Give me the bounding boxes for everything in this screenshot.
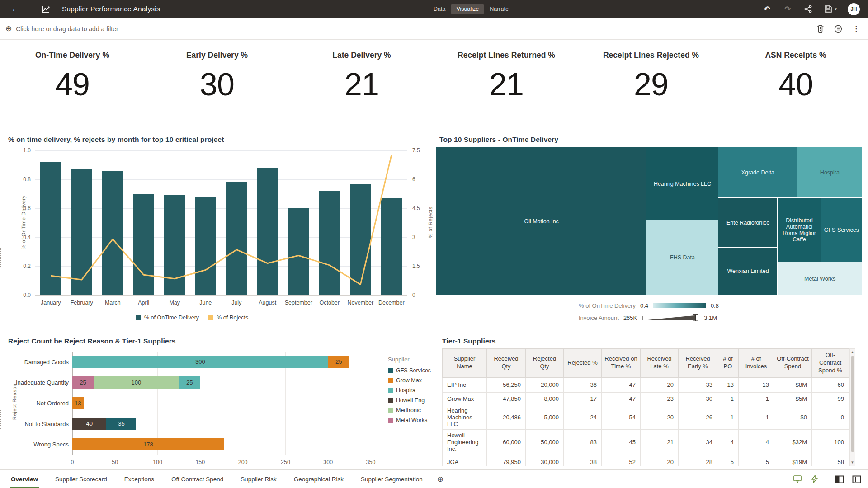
- ontime-bar-october[interactable]: [319, 191, 340, 295]
- ontime-bar-november[interactable]: [350, 184, 371, 295]
- bar-segment-hospira[interactable]: 25: [179, 376, 200, 389]
- legend-label: GFS Services: [396, 367, 431, 374]
- kpi-tile[interactable]: Late Delivery %21: [289, 43, 434, 103]
- add-filter-button[interactable]: ⊕ Click here or drag data to add a filte…: [0, 24, 118, 33]
- legend-swatch: [388, 418, 393, 423]
- canvas-tab-supplier-risk[interactable]: Supplier Risk: [240, 470, 278, 488]
- canvas-tab-supplier-scorecard[interactable]: Supplier Scorecard: [54, 470, 108, 488]
- ontime-bar-august[interactable]: [257, 168, 278, 295]
- column-header[interactable]: # of Invoices: [739, 349, 774, 378]
- table-row[interactable]: EIP Inc56,25020,000364720331313$8M60: [443, 377, 849, 392]
- size-ramp-icon[interactable]: [642, 314, 699, 321]
- canvas-tab-off-contract-spend[interactable]: Off Contract Spend: [170, 470, 224, 488]
- table-row[interactable]: JGA79,95030,0003852202855$19M58: [443, 455, 849, 466]
- treemap-tile[interactable]: Ente Radiofonico: [718, 198, 778, 247]
- treemap-tile[interactable]: Oil Motion Inc: [436, 147, 646, 295]
- legend-entry[interactable]: Medtronic: [388, 407, 431, 413]
- treemap-tile[interactable]: Metal Works: [778, 262, 862, 295]
- mode-tab-narrate[interactable]: Narrate: [485, 4, 514, 14]
- kpi-tile[interactable]: Receipt Lines Rejected %29: [579, 43, 723, 103]
- ontime-bar-june[interactable]: [195, 197, 216, 295]
- column-header[interactable]: Rejected %: [564, 349, 602, 378]
- legend-entry[interactable]: GFS Services: [388, 367, 431, 374]
- undo-icon[interactable]: ↶: [762, 4, 772, 14]
- ontime-bar-april[interactable]: [133, 194, 154, 295]
- bar-segment-gfs-services[interactable]: 35: [106, 418, 136, 430]
- mode-tab-visualize[interactable]: Visualize: [451, 4, 484, 14]
- treemap-tile[interactable]: Xgrade Delta: [718, 147, 797, 198]
- legend-entry[interactable]: % of OnTime Delivery: [136, 314, 199, 321]
- combo-left-axis-label: % of OnTime Delivery: [21, 186, 26, 258]
- legend-entry[interactable]: Hospira: [388, 387, 431, 394]
- scroll-down-icon[interactable]: ▼: [850, 460, 855, 465]
- legend-entry[interactable]: Howell Eng: [388, 397, 431, 404]
- share-icon[interactable]: [803, 4, 813, 14]
- supplier-name-cell: JGA: [443, 455, 487, 466]
- save-button[interactable]: ▾: [824, 5, 837, 13]
- column-header[interactable]: Off-Contract Spend %: [812, 349, 849, 378]
- ontime-bar-july[interactable]: [226, 182, 247, 295]
- user-avatar[interactable]: JH: [848, 3, 860, 15]
- canvas-resize-handle[interactable]: [0, 248, 3, 267]
- mode-tab-data[interactable]: Data: [429, 4, 450, 14]
- treemap-tile[interactable]: Distributori Automatici Roma Miglior Caf…: [778, 198, 821, 262]
- value-cell: 79,950: [487, 455, 526, 466]
- legend-entry[interactable]: % of Rejects: [208, 314, 248, 321]
- bar-segment-grow-max[interactable]: 13: [72, 397, 84, 409]
- ontime-bar-january[interactable]: [40, 162, 61, 295]
- column-header[interactable]: Received Late %: [641, 349, 679, 378]
- scroll-up-icon[interactable]: ▲: [850, 350, 855, 354]
- canvas-tab-exceptions[interactable]: Exceptions: [123, 470, 155, 488]
- column-header[interactable]: # of PO: [717, 349, 739, 378]
- bar-segment-medtronic[interactable]: 100: [94, 376, 179, 389]
- back-icon[interactable]: ←: [7, 4, 24, 14]
- column-header[interactable]: Off-Contract Spend: [774, 349, 812, 378]
- bar-segment-grow-max[interactable]: 25: [328, 356, 349, 368]
- notes-icon[interactable]: [834, 24, 843, 33]
- ontime-bar-december[interactable]: [381, 198, 402, 295]
- legend-entry[interactable]: Grow Max: [388, 377, 431, 384]
- column-header[interactable]: Rejected Qty: [526, 349, 564, 378]
- table-row[interactable]: Grow Max47,8508,0001747233011$5M99: [443, 392, 849, 405]
- auto-insights-icon[interactable]: [810, 474, 820, 484]
- treemap-tile[interactable]: Hospira: [797, 147, 862, 198]
- column-header[interactable]: Received on Time %: [602, 349, 641, 378]
- kpi-tile[interactable]: Early Delivery %30: [145, 43, 289, 103]
- canvas-tab-geographical-risk[interactable]: Geographical Risk: [293, 470, 344, 488]
- treemap-tile[interactable]: GFS Services: [821, 198, 862, 262]
- more-options-icon[interactable]: ⋮: [852, 24, 861, 33]
- table-scrollbar[interactable]: ▲ ▼: [849, 348, 855, 466]
- column-header[interactable]: Received Qty: [487, 349, 526, 378]
- filter-limits-icon[interactable]: [816, 24, 825, 33]
- ontime-bar-february[interactable]: [71, 169, 92, 295]
- ontime-bar-may[interactable]: [164, 195, 185, 295]
- add-canvas-icon[interactable]: ⊕: [437, 474, 443, 484]
- column-header[interactable]: Supplier Name: [443, 349, 487, 378]
- table-row[interactable]: Hearing Machines LLC20,4865,000245420261…: [443, 405, 849, 429]
- treemap-tile[interactable]: Hearing Machines LLC: [646, 147, 718, 220]
- kpi-tile[interactable]: ASN Receipts %40: [723, 43, 868, 103]
- bar-segment-grow-max[interactable]: 178: [72, 438, 224, 450]
- legend-entry[interactable]: Metal Works: [388, 417, 431, 423]
- left-panel-toggle-icon[interactable]: [835, 474, 844, 484]
- combo-chart-title: % on time delivery, % rejects by month f…: [8, 136, 224, 144]
- bar-segment-metal-works[interactable]: 25: [72, 376, 94, 389]
- combo-chart-plot[interactable]: 0.000.21.50.430.64.50.861.07.5: [35, 150, 407, 295]
- table-row[interactable]: Howell Engineering Inc.60,00050,00083452…: [443, 429, 849, 455]
- treemap-tile[interactable]: FHS Data: [646, 220, 718, 295]
- canvas-resize-handle[interactable]: [0, 410, 3, 429]
- ontime-bar-march[interactable]: [102, 171, 123, 295]
- reject-chart-plot[interactable]: 300252510025134035178: [72, 352, 371, 455]
- ontime-bar-september[interactable]: [288, 208, 309, 295]
- canvas-tab-supplier-segmentation[interactable]: Supplier Segmentation: [360, 470, 424, 488]
- present-canvas-icon[interactable]: [793, 474, 802, 484]
- treemap-tile[interactable]: Wenxian Limited: [718, 248, 778, 295]
- kpi-tile[interactable]: Receipt Lines Returned %21: [434, 43, 579, 103]
- redo-icon[interactable]: ↷: [783, 4, 793, 14]
- column-header[interactable]: Received Early %: [679, 349, 717, 378]
- kpi-tile[interactable]: On-Time Delivery %49: [0, 43, 145, 103]
- canvas-tab-overview[interactable]: Overview: [10, 470, 39, 488]
- bar-segment-howell-eng[interactable]: 40: [72, 418, 106, 430]
- right-panel-toggle-icon[interactable]: [852, 474, 862, 484]
- bar-segment-hospira[interactable]: 300: [72, 356, 328, 368]
